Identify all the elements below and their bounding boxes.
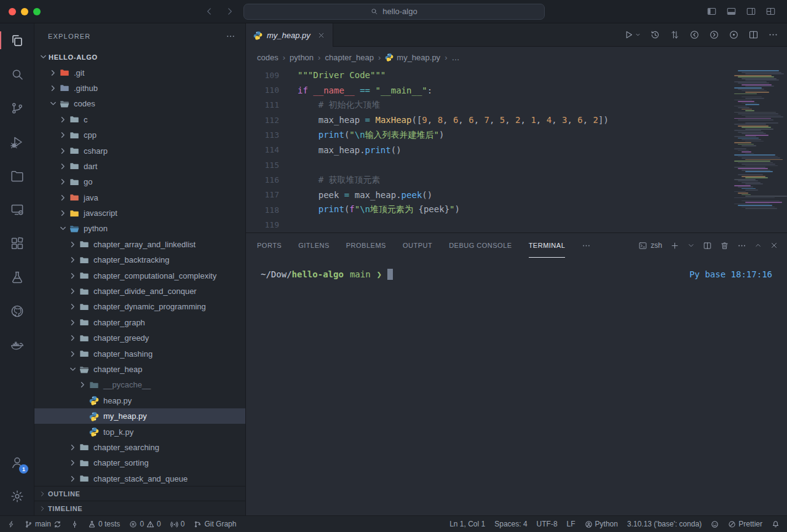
tree-item-java[interactable]: java bbox=[34, 190, 245, 205]
breadcrumb-item-chapter-heap[interactable]: chapter_heap bbox=[325, 53, 374, 62]
status-gitlens[interactable] bbox=[71, 520, 79, 528]
toggle-sidebar-icon[interactable] bbox=[706, 6, 717, 17]
status-ports[interactable]: 0 bbox=[170, 520, 185, 528]
tree-item-top-k-py[interactable]: top_k.py bbox=[34, 424, 245, 439]
line-number[interactable]: 114 bbox=[246, 145, 279, 154]
tree-item-hello-algo[interactable]: HELLO-ALGO bbox=[34, 49, 245, 65]
panel-tab-ports[interactable]: PORTS bbox=[257, 233, 282, 258]
tree-item-chapter-divide-and-conquer[interactable]: chapter_divide_and_conquer bbox=[34, 284, 245, 299]
activity-item-github[interactable] bbox=[0, 294, 34, 328]
breadcrumb-item-[interactable]: … bbox=[451, 53, 459, 62]
breadcrumb-item-codes[interactable]: codes bbox=[257, 53, 279, 62]
line-number[interactable]: 115 bbox=[246, 161, 279, 170]
code-line[interactable]: 116 # 获取堆顶元素 bbox=[246, 172, 787, 187]
activity-item-testing[interactable] bbox=[0, 260, 34, 294]
tree-item-heap-py[interactable]: heap.py bbox=[34, 393, 245, 408]
tree-item-cpp[interactable]: cpp bbox=[34, 127, 245, 143]
minimap[interactable] bbox=[734, 69, 780, 210]
editor-action-more-actions[interactable] bbox=[768, 30, 778, 40]
status-problems[interactable]: 00 bbox=[129, 520, 160, 528]
panel-tab-terminal[interactable]: TERMINAL bbox=[529, 233, 566, 258]
status-prettier[interactable]: Prettier bbox=[728, 520, 762, 528]
code-line[interactable]: 110if __name__ == "__main__": bbox=[246, 82, 787, 97]
zoom-window-button[interactable] bbox=[33, 8, 41, 15]
tree-item-dart[interactable]: dart bbox=[34, 159, 245, 174]
activity-item-extensions[interactable] bbox=[0, 226, 34, 260]
editor-action-next-change[interactable] bbox=[709, 30, 719, 40]
tree-item-chapter-hashing[interactable]: chapter_hashing bbox=[34, 346, 245, 361]
activity-item-remote-explorer[interactable] bbox=[0, 193, 34, 226]
activity-item-accounts[interactable]: 1 bbox=[0, 445, 34, 479]
tree-item-csharp[interactable]: csharp bbox=[34, 143, 245, 158]
activity-item-project-manager[interactable] bbox=[0, 159, 34, 193]
status-cursor-position[interactable]: Ln 1, Col 1 bbox=[449, 520, 485, 528]
status-python-interpreter[interactable]: 3.10.13 ('base': conda) bbox=[627, 520, 702, 528]
line-number[interactable]: 109 bbox=[246, 71, 279, 80]
tree-item-c[interactable]: c bbox=[34, 112, 245, 127]
line-number[interactable]: 118 bbox=[246, 205, 279, 215]
explorer-more-actions-icon[interactable] bbox=[226, 31, 235, 41]
tree-item-codes[interactable]: codes bbox=[34, 96, 245, 111]
tree-item-chapter-dynamic-programming[interactable]: chapter_dynamic_programming bbox=[34, 299, 245, 314]
tree-item-git[interactable]: .git bbox=[34, 65, 245, 80]
status-remote[interactable] bbox=[7, 520, 15, 528]
terminal-view[interactable]: ~/Dow/hello-algo main ❯ Py base 18:17:16 bbox=[246, 258, 787, 515]
tree-item-chapter-searching[interactable]: chapter_searching bbox=[34, 440, 245, 455]
line-number[interactable]: 117 bbox=[246, 190, 279, 199]
activity-item-run-and-debug[interactable] bbox=[0, 125, 34, 159]
more-panel-tabs-icon[interactable] bbox=[582, 241, 591, 250]
toggle-panel-icon[interactable] bbox=[726, 6, 737, 17]
tree-item-python[interactable]: python bbox=[34, 221, 245, 236]
terminal-profile-dropdown-icon[interactable] bbox=[687, 242, 695, 249]
line-number[interactable]: 116 bbox=[246, 175, 279, 185]
breadcrumb-item-python[interactable]: python bbox=[290, 53, 314, 62]
tree-item-chapter-greedy[interactable]: chapter_greedy bbox=[34, 330, 245, 346]
tree-item-javascript[interactable]: javascript bbox=[34, 205, 245, 221]
code-line[interactable]: 114 max_heap.print() bbox=[246, 143, 787, 157]
command-center-search[interactable]: hello-algo bbox=[243, 4, 545, 20]
activity-item-docker[interactable] bbox=[0, 328, 34, 362]
editor-action-previous-change[interactable] bbox=[689, 30, 700, 40]
status-indentation[interactable]: Spaces: 4 bbox=[494, 520, 527, 528]
breadcrumb-item-my-heap-py[interactable]: my_heap.py bbox=[385, 53, 440, 62]
panel-tab-output[interactable]: OUTPUT bbox=[403, 233, 432, 258]
code-line[interactable]: 112 max_heap = MaxHeap([9, 8, 6, 6, 7, 5… bbox=[246, 113, 787, 127]
code-line[interactable]: 119 bbox=[246, 217, 787, 232]
new-terminal-icon[interactable] bbox=[670, 241, 679, 250]
code-line[interactable]: 111 # 初始化大顶堆 bbox=[246, 98, 787, 113]
activity-item-search[interactable] bbox=[0, 57, 34, 91]
line-number[interactable]: 111 bbox=[246, 100, 279, 109]
tree-item-github[interactable]: .github bbox=[34, 81, 245, 96]
tree-item-chapter-backtracking[interactable]: chapter_backtracking bbox=[34, 252, 245, 268]
code-line[interactable]: 113 print("\n输入列表并建堆后") bbox=[246, 127, 787, 142]
status-eol[interactable]: LF bbox=[567, 520, 575, 528]
tree-item-chapter-sorting[interactable]: chapter_sorting bbox=[34, 455, 245, 470]
close-panel-icon[interactable] bbox=[770, 241, 778, 250]
editor-action-split-editor[interactable] bbox=[748, 30, 759, 40]
editor-action-timeline[interactable] bbox=[650, 30, 660, 40]
code-line[interactable]: 109"""Driver Code""" bbox=[246, 68, 787, 82]
line-number[interactable]: 113 bbox=[246, 130, 279, 140]
code-line[interactable]: 117 peek = max_heap.peek() bbox=[246, 188, 787, 202]
editor-action-open-changes[interactable] bbox=[670, 30, 680, 40]
minimize-window-button[interactable] bbox=[21, 8, 28, 15]
line-number[interactable]: 119 bbox=[246, 220, 279, 229]
activity-item-explorer[interactable] bbox=[0, 23, 34, 57]
code-editor[interactable]: 109"""Driver Code"""110if __name__ == "_… bbox=[246, 68, 787, 232]
code-line[interactable]: 118 print(f"\n堆顶元素为 {peek}") bbox=[246, 202, 787, 217]
maximize-panel-icon[interactable] bbox=[754, 242, 762, 249]
navigate-back-icon[interactable] bbox=[204, 6, 215, 17]
status-notifications[interactable] bbox=[772, 520, 780, 528]
terminal-more-actions-icon[interactable] bbox=[737, 241, 746, 250]
shell-selector[interactable]: zsh bbox=[638, 241, 662, 250]
status-encoding[interactable]: UTF-8 bbox=[537, 520, 558, 528]
timeline-section[interactable]: TIMELINE bbox=[34, 501, 245, 515]
tab-my-heap-py[interactable]: my_heap.py bbox=[246, 23, 333, 47]
activity-item-source-control[interactable] bbox=[0, 91, 34, 125]
navigate-forward-icon[interactable] bbox=[224, 6, 235, 17]
code-line[interactable]: 115 bbox=[246, 157, 787, 172]
tree-item-chapter-computational-complexity[interactable]: chapter_computational_complexity bbox=[34, 268, 245, 283]
customize-layout-icon[interactable] bbox=[765, 6, 776, 17]
toggle-secondary-sidebar-icon[interactable] bbox=[746, 6, 756, 17]
status-language-mode[interactable]: Python bbox=[585, 520, 618, 528]
